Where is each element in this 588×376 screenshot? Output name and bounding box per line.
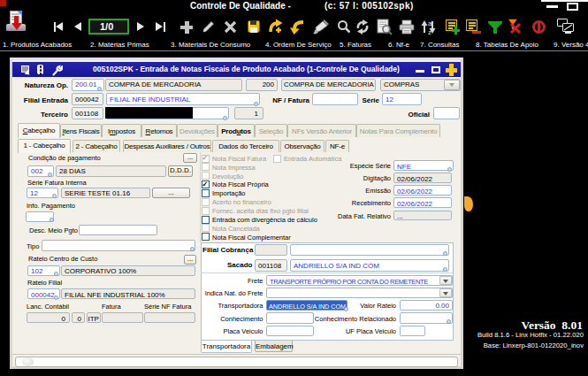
- svg-text:a: a: [428, 19, 432, 27]
- svg-text:z: z: [428, 28, 431, 35]
